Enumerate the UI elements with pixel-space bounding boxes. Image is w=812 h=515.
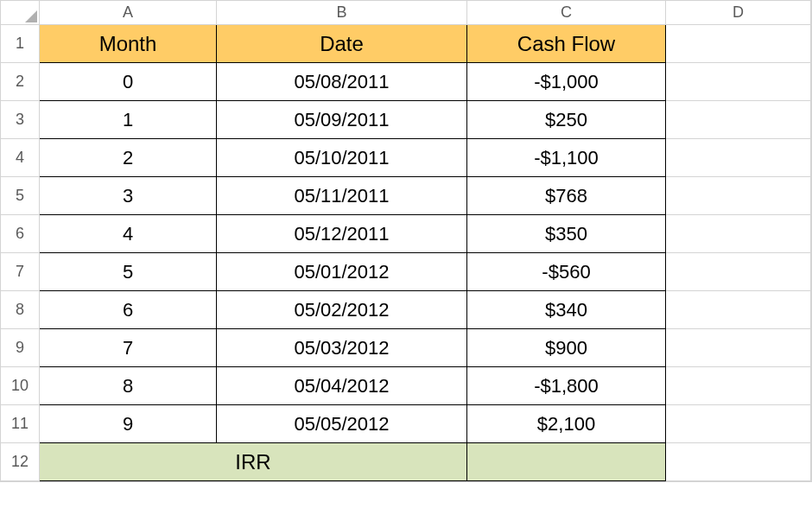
cell-a2[interactable]: 0 bbox=[40, 63, 217, 101]
row-header-10[interactable]: 10 bbox=[1, 367, 40, 405]
row-header-3[interactable]: 3 bbox=[1, 101, 40, 139]
cell-d12[interactable] bbox=[666, 443, 811, 481]
cell-c1[interactable]: Cash Flow bbox=[467, 25, 666, 63]
cell-c5[interactable]: $768 bbox=[467, 177, 666, 215]
cell-c12[interactable] bbox=[467, 443, 666, 481]
row-header-8[interactable]: 8 bbox=[1, 291, 40, 329]
cell-a1[interactable]: Month bbox=[40, 25, 217, 63]
cell-d5[interactable] bbox=[666, 177, 811, 215]
cell-a4[interactable]: 2 bbox=[40, 139, 217, 177]
cell-a6[interactable]: 4 bbox=[40, 215, 217, 253]
cell-d7[interactable] bbox=[666, 253, 811, 291]
cell-a3[interactable]: 1 bbox=[40, 101, 217, 139]
cell-c6[interactable]: $350 bbox=[467, 215, 666, 253]
cell-d3[interactable] bbox=[666, 101, 811, 139]
row-header-6[interactable]: 6 bbox=[1, 215, 40, 253]
row-header-12[interactable]: 12 bbox=[1, 443, 40, 481]
cell-b9[interactable]: 05/03/2012 bbox=[217, 329, 467, 367]
cell-d1[interactable] bbox=[666, 25, 811, 63]
cell-b11[interactable]: 05/05/2012 bbox=[217, 405, 467, 443]
column-header-d[interactable]: D bbox=[666, 1, 811, 25]
cell-c3[interactable]: $250 bbox=[467, 101, 666, 139]
select-all-corner[interactable] bbox=[1, 1, 40, 25]
row-header-11[interactable]: 11 bbox=[1, 405, 40, 443]
cell-a7[interactable]: 5 bbox=[40, 253, 217, 291]
cell-c8[interactable]: $340 bbox=[467, 291, 666, 329]
cell-d9[interactable] bbox=[666, 329, 811, 367]
cell-a5[interactable]: 3 bbox=[40, 177, 217, 215]
cell-b2[interactable]: 05/08/2011 bbox=[217, 63, 467, 101]
cell-b10[interactable]: 05/04/2012 bbox=[217, 367, 467, 405]
cell-c7[interactable]: -$560 bbox=[467, 253, 666, 291]
cell-c10[interactable]: -$1,800 bbox=[467, 367, 666, 405]
cell-a12-b12-merged[interactable]: IRR bbox=[40, 443, 467, 481]
row-header-1[interactable]: 1 bbox=[1, 25, 40, 63]
cell-b1[interactable]: Date bbox=[217, 25, 467, 63]
cell-c4[interactable]: -$1,100 bbox=[467, 139, 666, 177]
cell-d4[interactable] bbox=[666, 139, 811, 177]
spreadsheet-grid: A B C D 1 Month Date Cash Flow 2 0 05/08… bbox=[0, 0, 812, 482]
cell-b7[interactable]: 05/01/2012 bbox=[217, 253, 467, 291]
cell-b4[interactable]: 05/10/2011 bbox=[217, 139, 467, 177]
cell-c2[interactable]: -$1,000 bbox=[467, 63, 666, 101]
cell-c9[interactable]: $900 bbox=[467, 329, 666, 367]
cell-a11[interactable]: 9 bbox=[40, 405, 217, 443]
column-header-a[interactable]: A bbox=[40, 1, 217, 25]
row-header-5[interactable]: 5 bbox=[1, 177, 40, 215]
cell-d6[interactable] bbox=[666, 215, 811, 253]
row-header-2[interactable]: 2 bbox=[1, 63, 40, 101]
column-header-c[interactable]: C bbox=[467, 1, 666, 25]
cell-a9[interactable]: 7 bbox=[40, 329, 217, 367]
row-header-4[interactable]: 4 bbox=[1, 139, 40, 177]
row-header-7[interactable]: 7 bbox=[1, 253, 40, 291]
select-all-triangle-icon bbox=[25, 10, 37, 22]
cell-a8[interactable]: 6 bbox=[40, 291, 217, 329]
cell-d11[interactable] bbox=[666, 405, 811, 443]
cell-b8[interactable]: 05/02/2012 bbox=[217, 291, 467, 329]
row-header-9[interactable]: 9 bbox=[1, 329, 40, 367]
column-header-b[interactable]: B bbox=[217, 1, 467, 25]
cell-a10[interactable]: 8 bbox=[40, 367, 217, 405]
cell-d10[interactable] bbox=[666, 367, 811, 405]
cell-b5[interactable]: 05/11/2011 bbox=[217, 177, 467, 215]
cell-d2[interactable] bbox=[666, 63, 811, 101]
cell-d8[interactable] bbox=[666, 291, 811, 329]
cell-c11[interactable]: $2,100 bbox=[467, 405, 666, 443]
cell-b3[interactable]: 05/09/2011 bbox=[217, 101, 467, 139]
cell-b6[interactable]: 05/12/2011 bbox=[217, 215, 467, 253]
